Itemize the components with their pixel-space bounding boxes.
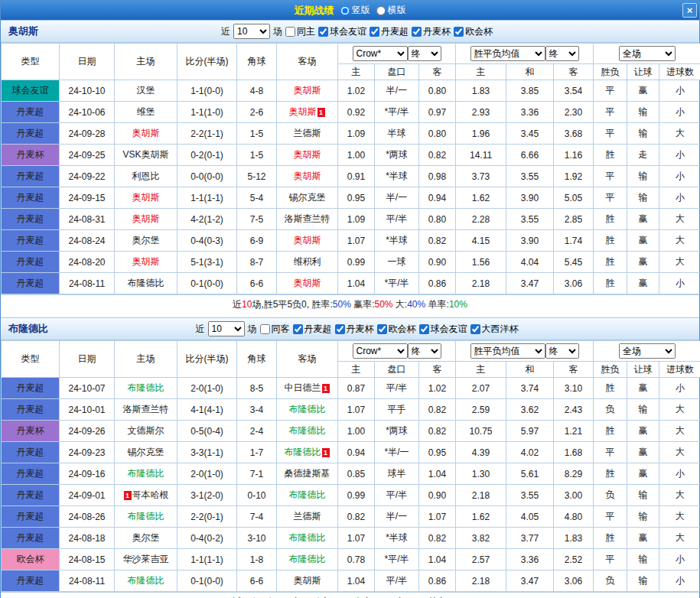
summary-part: 单率: — [425, 596, 449, 598]
scope-select[interactable]: 全场 — [619, 46, 676, 61]
section-team-name: 布隆德比 — [1, 322, 60, 336]
avg-select[interactable]: 胜平负均值 — [470, 46, 545, 61]
match-row: 丹麦超24-08-11布隆德比0-1(0-0)6-6奥胡斯1.04平/半0.86… — [2, 570, 700, 592]
avg-away-cell: 8.29 — [554, 463, 594, 485]
team-name-text: 奥胡斯 — [294, 171, 321, 181]
avg-final-select[interactable]: 终 — [545, 343, 579, 359]
league-filter[interactable]: 丹麦超 — [293, 323, 332, 336]
avg-away-cell: 5.05 — [554, 187, 594, 209]
team-name-text: 奥胡斯 — [294, 85, 321, 96]
team-name-text: 布隆德比 — [289, 489, 326, 500]
sub-column-header: 客 — [419, 362, 456, 378]
summary-part: 场,胜5平5负0, 胜率: — [252, 298, 332, 311]
odds-home-cell: 0.82 — [338, 506, 375, 528]
odds-company-select[interactable]: Crow* — [353, 46, 408, 61]
avg-away-cell: 1.21 — [554, 421, 594, 442]
close-icon[interactable]: × — [682, 3, 697, 18]
odds-final-select[interactable]: 终 — [408, 46, 441, 61]
avg-draw-cell: 6.66 — [506, 145, 554, 166]
same-side-filter-checkbox[interactable] — [260, 324, 270, 334]
avg-select[interactable]: 胜平负均值 — [470, 343, 545, 359]
avg-final-select[interactable]: 终 — [545, 46, 579, 61]
league-filter-checkbox[interactable] — [412, 27, 422, 37]
league-filter-checkbox[interactable] — [377, 324, 387, 334]
score-cell: 1-1(1-0) — [177, 102, 237, 123]
handicap-result-cell: 赢 — [627, 421, 659, 442]
away-team-cell: 奥胡斯 — [277, 570, 338, 592]
league-filter[interactable]: 丹麦杯 — [412, 25, 451, 38]
league-filter-checkbox[interactable] — [318, 27, 328, 37]
match-count-select[interactable]: 10 — [233, 24, 270, 39]
league-filter-checkbox[interactable] — [370, 27, 379, 37]
league-filter[interactable]: 丹麦超 — [370, 25, 409, 38]
column-header: 比分(半场) — [177, 341, 237, 378]
result-cell: 胜 — [594, 273, 627, 294]
league-filter[interactable]: 丹麦杯 — [335, 323, 374, 336]
avg-away-cell: 2.85 — [554, 209, 594, 230]
odds-home-cell: 0.87 — [338, 378, 375, 399]
same-side-filter[interactable]: 同客 — [260, 323, 290, 336]
avg-draw-cell: 3.47 — [506, 273, 554, 294]
avg-home-cell: 1.30 — [456, 463, 506, 485]
result-cell: 平 — [594, 80, 627, 102]
summary-part: 场,胜4平3负3, 胜率: — [252, 596, 332, 598]
same-side-filter-label: 同客 — [272, 323, 290, 336]
league-filter[interactable]: 球会友谊 — [318, 25, 366, 38]
team-name-text: 文德斯尔 — [128, 425, 164, 436]
team-name-text: 奥胡斯 — [294, 149, 321, 160]
score-cell: 4-2(1-2) — [177, 209, 237, 230]
league-filter[interactable]: 大西洋杯 — [470, 323, 519, 336]
date-cell: 24-10-01 — [60, 399, 115, 421]
date-cell: 24-09-28 — [60, 123, 115, 145]
avg-draw-cell: 3.74 — [506, 378, 554, 399]
horizontal-radio[interactable] — [376, 6, 386, 15]
odds-company-select[interactable]: Crow* — [353, 343, 408, 359]
sub-column-header: 主 — [338, 362, 375, 378]
avg-draw-cell: 3.85 — [506, 80, 554, 102]
league-filter-checkbox[interactable] — [335, 324, 345, 334]
same-side-filter-checkbox[interactable] — [285, 27, 295, 37]
league-filter[interactable]: 欧会杯 — [377, 323, 416, 336]
scope-select[interactable]: 全场 — [619, 343, 676, 359]
avg-draw-cell: 4.04 — [506, 252, 554, 273]
vertical-radio[interactable] — [340, 6, 350, 15]
layout-option-vertical[interactable]: 竖版 — [340, 4, 370, 17]
column-header: 客场 — [277, 341, 338, 378]
league-filter[interactable]: 球会友谊 — [419, 323, 467, 336]
avg-draw-cell: 4.05 — [506, 506, 554, 528]
league-filter-checkbox[interactable] — [470, 324, 480, 334]
avg-away-cell: 1.16 — [554, 145, 594, 166]
goals-cell: 大 — [659, 421, 700, 442]
avg-draw-cell: 5.97 — [506, 421, 554, 442]
result-cell: 平 — [594, 506, 627, 528]
league-filter-checkbox[interactable] — [419, 324, 429, 334]
vertical-radio-label: 竖版 — [352, 4, 370, 17]
league-filter-checkbox[interactable] — [454, 27, 464, 37]
league-filter-checkbox[interactable] — [293, 324, 303, 334]
summary-part: 单率: — [425, 298, 449, 311]
match-row: 丹麦超24-08-31奥胡斯4-2(1-2)7-5洛斯查兰特1.09平/半0.8… — [2, 209, 700, 230]
avg-away-cell: 2.43 — [554, 399, 594, 421]
odds-away-cell: 0.90 — [419, 252, 456, 273]
odds-final-select[interactable]: 终 — [408, 343, 441, 359]
avg-home-cell: 2.18 — [456, 273, 506, 294]
same-side-filter[interactable]: 同主 — [285, 25, 315, 38]
league-filter[interactable]: 欧会杯 — [454, 25, 493, 38]
goals-cell: 大 — [659, 506, 700, 528]
sub-column-header: 客 — [554, 64, 594, 80]
odds-home-cell: 0.99 — [338, 485, 375, 506]
date-cell: 24-08-24 — [60, 230, 115, 252]
sub-column-header: 主 — [456, 362, 506, 378]
home-team-cell: 布隆德比 — [115, 273, 177, 294]
odds-away-cell: 0.86 — [419, 570, 456, 592]
odds-away-cell: 1.02 — [419, 378, 456, 399]
corners-cell: 0-10 — [237, 485, 277, 506]
team-name-text: 洛斯查兰特 — [123, 404, 169, 414]
odds-handicap-cell: *两球 — [375, 421, 419, 442]
match-row: 丹麦杯24-09-25VSK奥胡斯0-2(0-1)1-5奥胡斯1.00*两球0.… — [2, 145, 700, 166]
layout-option-horizontal[interactable]: 横版 — [376, 4, 406, 17]
match-row: 丹麦超24-08-24奥尔堡0-4(0-3)6-9奥胡斯1.07*半球0.824… — [2, 230, 700, 252]
match-count-select[interactable]: 10 — [208, 321, 245, 336]
league-filter-label: 欧会杯 — [389, 323, 416, 336]
match-row: 丹麦超24-10-06维堡1-1(1-0)2-6奥胡斯10.92*平/半0.97… — [2, 102, 700, 123]
